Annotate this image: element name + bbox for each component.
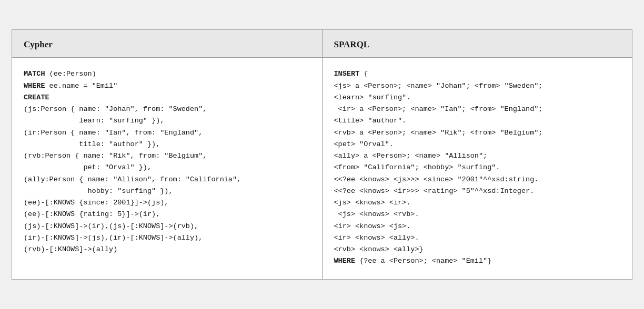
- header-row: Cypher SPARQL: [12, 30, 632, 58]
- match-keyword: MATCH: [24, 70, 45, 78]
- content-row: MATCH (ee:Person) WHERE ee.name = "Emil"…: [12, 58, 632, 279]
- sparql-content: INSERT { <js> a <Person>; <name> "Johan"…: [323, 58, 632, 279]
- cypher-header: Cypher: [12, 30, 323, 57]
- cypher-code: MATCH (ee:Person) WHERE ee.name = "Emil"…: [24, 68, 310, 255]
- where-keyword: WHERE: [24, 82, 45, 90]
- comparison-table: Cypher SPARQL MATCH (ee:Person) WHERE ee…: [12, 29, 632, 280]
- create-keyword: CREATE: [24, 94, 49, 101]
- sparql-header: SPARQL: [323, 30, 632, 57]
- sparql-code: INSERT { <js> a <Person>; <name> "Johan"…: [334, 68, 621, 267]
- where-sparql-keyword: WHERE: [334, 257, 356, 265]
- cypher-content: MATCH (ee:Person) WHERE ee.name = "Emil"…: [12, 58, 323, 279]
- insert-keyword: INSERT: [334, 70, 360, 78]
